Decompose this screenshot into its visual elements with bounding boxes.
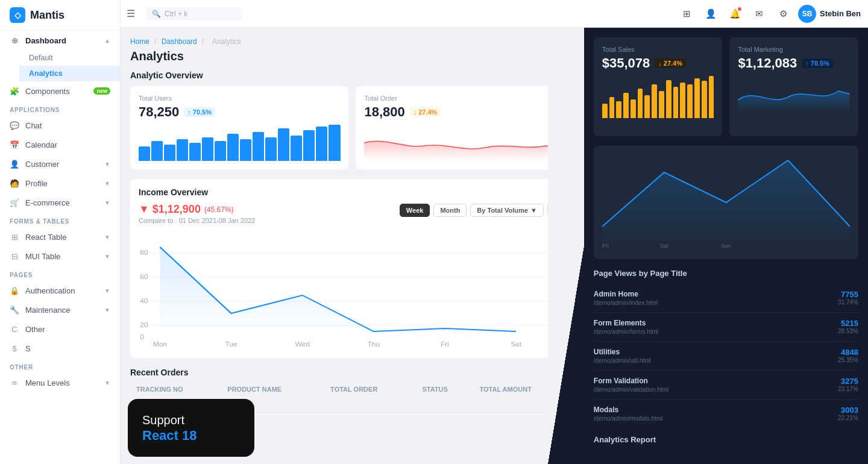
pv-count-2: 4848 (838, 348, 858, 357)
dark-bar-15 (702, 81, 707, 118)
col-product: PRODUCT NAME (222, 383, 324, 396)
user-avatar[interactable]: SB Stebin Ben (798, 5, 861, 23)
support-banner[interactable]: Support React 18 (128, 399, 254, 457)
dark-bar-13 (687, 84, 693, 118)
chevron-auth-icon: ▼ (104, 287, 110, 294)
stat-cards-light: Total Users 78,250 ↑ 70.5% (130, 86, 574, 169)
svg-text:20: 20 (140, 322, 148, 328)
sidebar-item-other1[interactable]: C Other (0, 319, 120, 339)
sidebar-item-analytics[interactable]: Analytics (19, 66, 120, 81)
customer-icon: 👤 (10, 159, 19, 169)
support-highlight: React 18 (142, 428, 240, 444)
dark-bar-7 (644, 95, 650, 119)
svg-text:Fri: Fri (441, 341, 449, 348)
page-view-item-2: Utilities /demo/admin/util.html 4848 25.… (594, 342, 858, 371)
pv-count-3: 3275 (838, 377, 858, 386)
pv-title-0: Admin Home (594, 290, 658, 298)
svg-text:Fri: Fri (602, 243, 609, 249)
sidebar-item-components[interactable]: 🧩 Components new (0, 81, 120, 101)
total-sales-label: Total Sales (602, 46, 714, 53)
total-users-value-row: 78,250 ↑ 70.5% (139, 104, 340, 120)
sidebar-item-dashboard[interactable]: ⊕ Dashboard ▲ (0, 31, 120, 50)
dark-bar-3 (616, 101, 621, 118)
svg-text:Thu: Thu (368, 341, 380, 348)
breadcrumb-home[interactable]: Home (130, 37, 149, 46)
svg-text:80: 80 (140, 249, 148, 256)
stat-cards-dark: Total Sales $35,078 ↓ 27.4% (594, 37, 858, 136)
sidebar-item-menu-levels[interactable]: ≡ Menu Levels ▼ (0, 373, 120, 392)
logo-text: Mantis (30, 9, 64, 22)
logo-icon: ◇ (10, 7, 25, 23)
dark-bar-8 (652, 84, 657, 118)
pv-count-0: 7755 (838, 290, 858, 299)
bar-7 (215, 141, 226, 161)
pv-pct-1: 28.53% (838, 328, 858, 334)
sidebar-item-default[interactable]: Default (19, 50, 120, 66)
notifications-icon-button[interactable]: 🔔 (726, 5, 744, 23)
sidebar-item-other2[interactable]: $ S (0, 339, 120, 358)
download-button[interactable]: ⬇ (547, 203, 566, 217)
avatar-circle: SB (798, 5, 816, 23)
dark-bar-9 (659, 91, 664, 119)
menu-toggle-button[interactable]: ☰ (121, 4, 141, 23)
pv-right-0: 7755 31.74% (838, 290, 858, 306)
pv-info-4: Modals /demo/admin/modals.html (594, 406, 663, 422)
notification-badge (737, 7, 742, 11)
sidebar-item-chat[interactable]: 💬 Chat (0, 116, 120, 135)
profile-icon-button[interactable]: 👤 (702, 5, 720, 23)
dark-income-chart: Fri Sat Sun (594, 146, 858, 259)
apps-icon-button[interactable]: ⊞ (678, 5, 696, 23)
sidebar-item-react-table[interactable]: ⊞ React Table ▼ (0, 227, 120, 246)
sidebar-item-calendar[interactable]: 📅 Calendar (0, 135, 120, 154)
col-status: STATUS (417, 383, 473, 396)
breadcrumb-sep1: / (154, 37, 156, 46)
month-button[interactable]: Month (433, 204, 467, 217)
svg-text:Sat: Sat (511, 341, 521, 348)
bar-5 (189, 143, 201, 161)
content-dark: Total Sales $35,078 ↓ 27.4% (584, 28, 868, 464)
sidebar-item-profile[interactable]: 🧑 Profile ▼ (0, 174, 120, 193)
auth-icon: 🔒 (10, 286, 19, 295)
sidebar-item-customer[interactable]: 👤 Customer ▼ (0, 154, 120, 174)
total-sales-value: $35,078 (602, 55, 650, 71)
analytics-report-label: Analytics Report (594, 428, 858, 444)
page-view-item-1: Form Elements /demo/admin/forms.html 521… (594, 313, 858, 342)
messages-icon-button[interactable]: ✉ (750, 5, 768, 23)
dark-line-chart: Fri Sat Sun (602, 154, 850, 251)
analytic-overview-title: Analytic Overview (130, 71, 574, 80)
income-pct: (45.67%) (204, 205, 234, 214)
up-arrow-marketing-icon: ↑ (805, 60, 809, 67)
pv-url-0: /demo/admin/index.html (594, 299, 658, 306)
total-users-chart (139, 125, 340, 161)
settings-icon-button[interactable]: ⚙ (774, 5, 792, 23)
breadcrumb-dashboard[interactable]: Dashboard (162, 37, 197, 46)
dark-bar-12 (680, 83, 685, 119)
sidebar-item-ecommerce[interactable]: 🛒 E-commerce ▼ (0, 193, 120, 212)
total-order-value: 18,800 (364, 104, 404, 120)
dark-bar-16 (709, 76, 714, 118)
pv-count-1: 5215 (838, 319, 858, 328)
down-arrow-icon: ↓ (414, 108, 417, 116)
total-users-label: Total Users (139, 95, 340, 102)
pv-info-0: Admin Home /demo/admin/index.html (594, 290, 658, 306)
breadcrumb: Home / Dashboard / Analytics (130, 37, 574, 46)
volume-button[interactable]: By Total Volume ▼ (470, 204, 543, 217)
pv-pct-0: 31.74% (838, 299, 858, 306)
sidebar-item-maintenance[interactable]: 🔧 Maintenance ▼ (0, 300, 120, 319)
sidebar-item-authentication[interactable]: 🔒 Authentication ▼ (0, 281, 120, 300)
stat-card-total-marketing: Total Marketing $1,12,083 ↑ 70.5% (729, 37, 858, 136)
total-sales-chart (602, 76, 714, 118)
components-icon: 🧩 (10, 86, 19, 96)
bar-15 (316, 127, 327, 161)
dark-bar-11 (673, 87, 679, 119)
week-button[interactable]: Week (400, 204, 430, 217)
bar-16 (329, 125, 340, 161)
bar-11 (265, 137, 277, 161)
up-arrow-icon: ↑ (187, 108, 191, 116)
search-bar[interactable]: 🔍 Ctrl + k (146, 7, 242, 20)
sidebar-logo[interactable]: ◇ Mantis (0, 0, 120, 31)
page-view-item-4: Modals /demo/admin/modals.html 3003 22.2… (594, 400, 858, 428)
user-name: Stebin Ben (820, 9, 861, 18)
stat-card-total-users: Total Users 78,250 ↑ 70.5% (130, 86, 348, 169)
sidebar-item-mui-table[interactable]: ⊟ MUI Table ▼ (0, 246, 120, 266)
